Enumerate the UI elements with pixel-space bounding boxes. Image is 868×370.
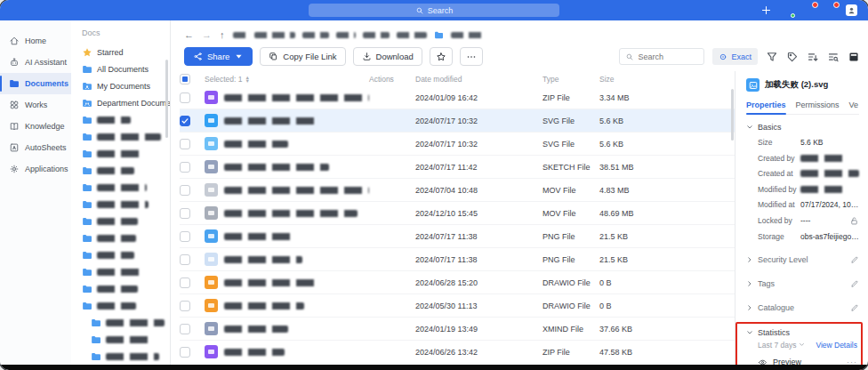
tree-item-redacted[interactable] xyxy=(82,246,170,263)
tree-item-redacted[interactable] xyxy=(82,196,170,213)
file-row[interactable]: 2024/07/04 10:48MOV File4.83 MB xyxy=(180,179,735,202)
contacts-icon[interactable] xyxy=(803,4,815,16)
tag-icon[interactable] xyxy=(786,51,799,63)
row-type: SVG File xyxy=(542,117,599,125)
row-checkbox[interactable] xyxy=(180,139,190,149)
breadcrumb-segments[interactable] xyxy=(233,30,486,40)
pencil-icon[interactable] xyxy=(850,279,859,288)
copy-file-link-button[interactable]: Copy File Link xyxy=(260,47,345,66)
row-checkbox[interactable] xyxy=(180,254,190,265)
select-all-checkbox[interactable] xyxy=(180,74,190,84)
row-checkbox[interactable] xyxy=(180,116,190,126)
pencil-icon[interactable] xyxy=(850,303,859,312)
tree-item-redacted[interactable] xyxy=(82,145,170,162)
section-catalogue[interactable]: Catalogue xyxy=(746,296,859,320)
zip-file-icon xyxy=(205,345,218,358)
list-scrollbar[interactable] xyxy=(731,89,734,141)
filter-icon[interactable] xyxy=(766,51,778,63)
unlock-icon[interactable] xyxy=(849,216,859,226)
file-row[interactable]: 2024/07/17 10:32SVG File5.6 KB xyxy=(180,133,735,156)
tree-item-redacted[interactable] xyxy=(82,280,170,297)
tree-item-redacted[interactable] xyxy=(82,348,170,365)
tree-item-redacted[interactable] xyxy=(82,297,170,314)
row-checkbox[interactable] xyxy=(180,92,190,103)
sidebar-item-home[interactable]: Home xyxy=(0,30,71,52)
column-actions[interactable]: Actions xyxy=(369,75,415,84)
share-tray-icon[interactable] xyxy=(824,4,836,16)
star-button[interactable] xyxy=(430,47,453,66)
sidebar-item-documents[interactable]: Documents xyxy=(0,73,71,94)
row-checkbox[interactable] xyxy=(180,162,190,173)
plus-icon[interactable] xyxy=(760,4,772,16)
row-checkbox[interactable] xyxy=(180,347,190,358)
file-row[interactable]: 2024/07/17 11:38PNG File21.5 KB xyxy=(180,248,735,271)
column-date-modified[interactable]: Date modified xyxy=(415,75,542,84)
tab-ve[interactable]: Ve xyxy=(849,101,859,109)
file-row[interactable]: 2024/07/17 10:32SVG File5.6 KB xyxy=(180,109,735,133)
tree-item-redacted[interactable] xyxy=(82,331,170,348)
section-security-level[interactable]: Security Level xyxy=(746,248,859,272)
view-options-icon[interactable] xyxy=(827,51,840,63)
section-tags[interactable]: Tags xyxy=(746,272,859,296)
sidebar-item-applications[interactable]: Applications xyxy=(0,158,71,180)
sort-toggle-icon[interactable]: ▲▼ xyxy=(245,76,250,83)
stats-range-dropdown[interactable]: Last 7 days xyxy=(758,341,805,350)
share-button[interactable]: Share xyxy=(184,47,253,66)
back-arrow-icon[interactable]: ← xyxy=(184,30,194,40)
sort-list-icon[interactable] xyxy=(807,51,819,63)
pencil-icon[interactable] xyxy=(850,255,859,264)
basics-section-header[interactable]: Basics xyxy=(746,123,859,132)
sync-icon[interactable] xyxy=(782,4,793,16)
row-checkbox[interactable] xyxy=(180,231,190,242)
detail-field: Size5.6 KB xyxy=(758,138,859,147)
file-row[interactable]: 2024/01/09 16:42ZIP File3.34 MB xyxy=(180,86,735,109)
tree-item-redacted[interactable] xyxy=(82,263,170,280)
row-checkbox[interactable] xyxy=(180,278,190,288)
exact-toggle[interactable]: Exact xyxy=(712,48,758,65)
sidebar-item-ai-assistant[interactable]: AI Assistant xyxy=(0,52,71,73)
more-actions-button[interactable] xyxy=(460,47,483,66)
docs-scrollbar[interactable] xyxy=(165,60,168,138)
tree-item-my-documents[interactable]: My Documents xyxy=(82,77,170,94)
tree-item-department-documents[interactable]: Department Documents xyxy=(82,94,170,111)
file-row[interactable]: 2024/06/28 15:20DRAWIO File0 B xyxy=(180,271,735,294)
tree-item-redacted[interactable] xyxy=(82,111,170,128)
up-arrow-icon[interactable]: ↑ xyxy=(220,30,225,40)
view-details-link[interactable]: View Details xyxy=(816,341,857,350)
tree-item-redacted[interactable] xyxy=(82,314,170,331)
sidebar-item-autosheets[interactable]: AutoSheets xyxy=(0,137,71,158)
sidebar-item-label: AI Assistant xyxy=(25,58,67,67)
tree-item-all-documents[interactable]: All Documents xyxy=(82,60,170,77)
statistics-section-header[interactable]: Statistics xyxy=(746,328,859,337)
tree-item-starred[interactable]: Starred xyxy=(82,44,170,60)
details-panel-toggle-icon[interactable] xyxy=(848,51,860,63)
tree-item-redacted[interactable] xyxy=(82,229,170,246)
list-search-input[interactable] xyxy=(638,52,698,61)
file-row[interactable]: 2024/12/10 15:45MOV File48.69 MB xyxy=(180,202,735,225)
tree-item-redacted[interactable] xyxy=(82,179,170,196)
file-row[interactable]: 2024/07/17 11:38PNG File21.5 KB xyxy=(180,225,735,248)
user-avatar[interactable] xyxy=(846,4,857,16)
tree-item-redacted[interactable] xyxy=(82,213,170,229)
sidebar-item-works[interactable]: Works xyxy=(0,94,71,116)
global-search-bar[interactable]: Search xyxy=(309,4,559,17)
row-checkbox[interactable] xyxy=(180,324,190,334)
sidebar-item-knowledge[interactable]: Knowledge xyxy=(0,116,71,137)
chevron-right-icon xyxy=(746,304,753,311)
tab-permissions[interactable]: Permissions xyxy=(796,101,840,109)
file-row[interactable]: 2024/01/19 13:49XMIND File37.66 KB xyxy=(180,318,735,341)
row-checkbox[interactable] xyxy=(180,185,190,196)
column-type[interactable]: Type xyxy=(542,75,599,84)
tree-item-redacted[interactable] xyxy=(82,162,170,179)
list-search[interactable] xyxy=(619,48,704,65)
file-row[interactable]: 2024/06/26 13:42ZIP File47.58 KB xyxy=(180,341,735,364)
tab-properties[interactable]: Properties xyxy=(746,101,786,109)
tree-item-redacted[interactable] xyxy=(82,128,170,145)
file-row[interactable]: 2024/05/30 11:13DRAWIO File0 B xyxy=(180,294,735,318)
row-checkbox[interactable] xyxy=(180,208,190,219)
column-size[interactable]: Size xyxy=(599,75,735,84)
forward-arrow-icon[interactable]: → xyxy=(202,30,212,40)
file-row[interactable]: 2024/07/17 11:42SKETCH File38.51 MB xyxy=(180,156,735,179)
download-button[interactable]: Download xyxy=(353,47,422,66)
row-checkbox[interactable] xyxy=(180,301,190,311)
